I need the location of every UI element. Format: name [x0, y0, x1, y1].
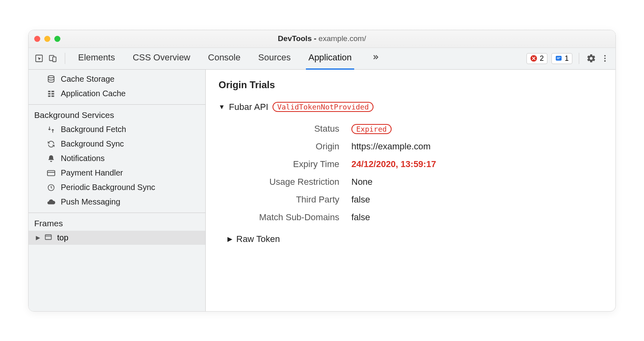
raw-token-label: Raw Token	[236, 234, 280, 244]
tab-css-overview[interactable]: CSS Overview	[130, 48, 193, 70]
svg-rect-5	[557, 57, 560, 58]
sidebar-item-label: Application Cache	[61, 89, 126, 98]
minimize-window-button[interactable]	[44, 36, 50, 42]
raw-token-row[interactable]: ▶ Raw Token	[227, 234, 603, 244]
sidebar-heading-frames: Frames	[29, 216, 205, 231]
svg-rect-2	[53, 57, 56, 62]
clock-icon	[46, 183, 56, 192]
window-title-url: example.com/	[318, 34, 366, 43]
svg-rect-12	[48, 93, 51, 94]
expand-triangle-icon: ▶	[36, 234, 40, 241]
window-title: DevTools - example.com/	[29, 34, 615, 43]
bell-icon	[46, 154, 56, 163]
devtools-window: DevTools - example.com/ Elements CSS Ove…	[28, 30, 616, 312]
trial-details: Status Expired Origin https://example.co…	[223, 124, 603, 223]
settings-gear-icon[interactable]	[586, 53, 597, 64]
issues-count: 1	[565, 54, 569, 63]
title-bar: DevTools - example.com/	[29, 30, 615, 48]
toolbar-badges: 2 1	[526, 53, 572, 64]
errors-badge[interactable]: 2	[526, 53, 547, 64]
sidebar-item-label: Push Messaging	[61, 197, 120, 207]
svg-point-9	[604, 60, 606, 62]
match-subdomains-label: Match Sub-Domains	[223, 212, 351, 223]
svg-rect-6	[557, 58, 559, 59]
sidebar-divider	[29, 104, 205, 105]
main-toolbar: Elements CSS Overview Console Sources Ap…	[29, 48, 615, 70]
expiry-label: Expiry Time	[223, 159, 351, 169]
svg-rect-17	[47, 170, 55, 176]
sidebar-item-label: Periodic Background Sync	[61, 183, 155, 192]
tab-console[interactable]: Console	[206, 48, 243, 70]
svg-point-8	[604, 58, 606, 59]
credit-card-icon	[46, 168, 56, 178]
svg-rect-14	[52, 91, 54, 92]
fetch-icon	[46, 125, 56, 134]
tab-application[interactable]: Application	[306, 48, 354, 70]
maximize-window-button[interactable]	[54, 36, 60, 42]
third-party-value: false	[351, 194, 603, 205]
kebab-menu-icon[interactable]	[599, 53, 611, 64]
svg-point-7	[604, 55, 606, 57]
frame-label: top	[57, 233, 68, 242]
tab-sources[interactable]: Sources	[256, 48, 293, 70]
error-icon	[530, 55, 537, 62]
issues-icon	[555, 55, 562, 62]
sidebar-item-label: Payment Handler	[61, 168, 123, 178]
cloud-icon	[46, 197, 56, 207]
svg-rect-11	[48, 91, 51, 92]
toolbar-separator	[65, 53, 65, 64]
sidebar-frame-top[interactable]: ▶ top	[29, 231, 205, 245]
collapse-triangle-icon: ▼	[219, 103, 225, 111]
usage-restriction-label: Usage Restriction	[223, 177, 351, 187]
issues-badge[interactable]: 1	[551, 53, 572, 64]
status-value: Expired	[351, 124, 603, 134]
svg-rect-15	[52, 93, 54, 94]
trial-name: Fubar API	[229, 102, 268, 112]
device-toggle-icon[interactable]	[47, 53, 58, 64]
origin-trial-row[interactable]: ▼ Fubar API ValidTokenNotProvided	[219, 102, 603, 112]
tabs-overflow-icon[interactable]	[367, 53, 384, 64]
sidebar-item-periodic-background-sync[interactable]: Periodic Background Sync	[29, 180, 205, 195]
sidebar-item-background-fetch[interactable]: Background Fetch	[29, 122, 205, 137]
sidebar-item-label: Notifications	[61, 154, 105, 163]
expand-triangle-icon: ▶	[227, 235, 232, 243]
sidebar-item-push-messaging[interactable]: Push Messaging	[29, 195, 205, 209]
grid-icon	[46, 89, 56, 99]
match-subdomains-value: false	[351, 212, 603, 223]
usage-restriction-value: None	[351, 177, 603, 187]
sync-icon	[46, 139, 56, 149]
sidebar-item-payment-handler[interactable]: Payment Handler	[29, 166, 205, 180]
sidebar-item-notifications[interactable]: Notifications	[29, 151, 205, 166]
errors-count: 2	[540, 54, 544, 63]
status-label: Status	[223, 124, 351, 134]
svg-rect-20	[45, 235, 52, 240]
toolbar-separator-2	[579, 53, 579, 64]
tab-elements[interactable]: Elements	[76, 48, 118, 70]
status-badge: Expired	[351, 124, 392, 134]
sidebar-item-background-sync[interactable]: Background Sync	[29, 137, 205, 151]
origin-value: https://example.com	[351, 141, 603, 152]
page-title: Origin Trials	[219, 79, 603, 91]
window-title-prefix: DevTools -	[278, 34, 318, 43]
svg-point-10	[48, 75, 54, 78]
panel-body: Cache Storage Application Cache Backgrou…	[29, 70, 615, 311]
origin-label: Origin	[223, 141, 351, 152]
sidebar-item-label: Background Sync	[61, 139, 124, 149]
inspect-element-icon[interactable]	[33, 53, 45, 64]
sidebar-item-label: Cache Storage	[61, 74, 114, 84]
main-panel: Origin Trials ▼ Fubar API ValidTokenNotP…	[206, 70, 615, 311]
sidebar-divider-2	[29, 213, 205, 213]
traffic-lights	[34, 36, 60, 42]
sidebar-heading-background-services: Background Services	[29, 108, 205, 122]
sidebar-item-cache-storage[interactable]: Cache Storage	[29, 72, 205, 87]
svg-rect-13	[48, 95, 51, 97]
sidebar-item-label: Background Fetch	[61, 125, 126, 134]
svg-rect-4	[556, 56, 561, 61]
sidebar-item-application-cache[interactable]: Application Cache	[29, 87, 205, 101]
close-window-button[interactable]	[34, 36, 40, 42]
trial-error-badge: ValidTokenNotProvided	[272, 102, 374, 112]
svg-rect-16	[52, 95, 54, 97]
panel-tabs: Elements CSS Overview Console Sources Ap…	[76, 48, 524, 70]
third-party-label: Third Party	[223, 194, 351, 205]
frame-icon	[44, 233, 53, 242]
